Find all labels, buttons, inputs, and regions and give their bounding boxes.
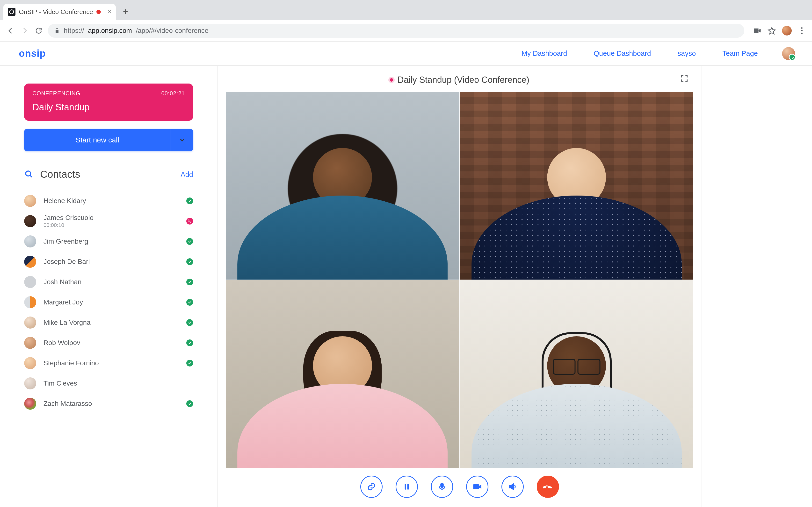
nav-back-button[interactable] — [6, 26, 15, 36]
contact-row[interactable]: Mike La Vorgna — [24, 313, 193, 333]
browser-chrome: OnSIP - Video Conference × + https://app… — [0, 0, 812, 42]
video-tile[interactable] — [460, 92, 694, 280]
copy-link-button[interactable] — [360, 475, 383, 498]
video-tile[interactable] — [460, 280, 694, 468]
bookmark-star-icon[interactable] — [767, 26, 776, 35]
svg-rect-2 — [407, 484, 409, 489]
status-oncall-icon — [186, 218, 193, 225]
contact-name: Tim Cleves — [44, 380, 77, 387]
contact-name: Zach Matarasso — [44, 400, 92, 407]
hangup-button[interactable] — [537, 475, 559, 498]
camera-button[interactable] — [466, 475, 489, 498]
add-contact-button[interactable]: Add — [181, 170, 193, 178]
address-bar: https://app.onsip.com/app/#/video-confer… — [0, 20, 812, 42]
contact-row[interactable]: Rob Wolpov — [24, 333, 193, 353]
search-icon[interactable] — [24, 169, 33, 179]
contact-row[interactable]: Stephanie Fornino — [24, 353, 193, 373]
video-grid — [226, 92, 693, 468]
tab-strip: OnSIP - Video Conference × + — [0, 0, 812, 20]
contact-row[interactable]: Josh Nathan — [24, 272, 193, 292]
contact-avatar — [24, 276, 36, 288]
nav-sayso[interactable]: sayso — [678, 50, 696, 57]
contact-row[interactable]: Jim Greenberg — [24, 231, 193, 251]
video-tile[interactable] — [226, 92, 459, 280]
contact-avatar — [24, 357, 36, 369]
contact-info: James Criscuolo00:00:10 — [44, 214, 94, 228]
recording-indicator-icon — [96, 10, 101, 14]
browser-tab[interactable]: OnSIP - Video Conference × — [3, 4, 116, 20]
status-available-icon — [186, 360, 193, 367]
nav-reload-button[interactable] — [34, 26, 44, 36]
contact-name: Josh Nathan — [44, 278, 82, 286]
contact-info: Tim Cleves — [44, 380, 77, 387]
svg-rect-3 — [441, 483, 443, 488]
video-icon — [472, 482, 482, 492]
contact-avatar — [24, 398, 36, 410]
svg-rect-1 — [405, 484, 406, 489]
contact-row[interactable]: Margaret Joy — [24, 292, 193, 313]
contact-info: Josh Nathan — [44, 278, 82, 286]
start-call-button-group: Start new call — [24, 129, 193, 151]
status-available-icon — [186, 299, 193, 306]
presence-check-icon: ✓ — [792, 56, 795, 60]
hangup-icon — [543, 482, 553, 492]
mic-icon — [437, 482, 447, 492]
start-call-dropdown[interactable] — [171, 129, 193, 151]
speaker-button[interactable] — [501, 475, 524, 498]
chrome-menu-button[interactable] — [798, 26, 806, 35]
contact-row[interactable]: James Criscuolo00:00:10 — [24, 211, 193, 231]
contact-avatar — [24, 215, 36, 227]
nav-my-dashboard[interactable]: My Dashboard — [521, 50, 567, 57]
contact-row[interactable]: Zach Matarasso — [24, 394, 193, 414]
fullscreen-button[interactable] — [680, 74, 689, 83]
url-field[interactable]: https://app.onsip.com/app/#/video-confer… — [48, 24, 744, 38]
contact-row[interactable]: Tim Cleves — [24, 373, 193, 394]
status-available-icon — [186, 238, 193, 245]
meeting-title: Daily Standup (Video Conference) — [398, 75, 529, 85]
url-path: /app/#/video-conference — [136, 27, 208, 35]
current-user-avatar[interactable]: ✓ — [782, 47, 795, 60]
contact-row[interactable]: Helene Kidary — [24, 191, 193, 211]
conference-timer: 00:02:21 — [161, 90, 185, 97]
meeting-panel: Daily Standup (Video Conference) — [217, 66, 702, 507]
conference-title: Daily Standup — [33, 102, 185, 113]
chevron-down-icon — [179, 137, 186, 144]
contact-row[interactable]: Joseph De Bari — [24, 251, 193, 272]
url-host: app.onsip.com — [88, 27, 132, 35]
brand-logo[interactable]: onsip — [19, 48, 46, 59]
link-icon — [367, 482, 376, 492]
active-conference-card[interactable]: CONFERENCING 00:02:21 Daily Standup — [24, 83, 193, 121]
contact-avatar — [24, 195, 36, 207]
contact-name: Rob Wolpov — [44, 339, 80, 347]
status-available-icon — [186, 339, 193, 346]
tab-close-icon[interactable]: × — [108, 8, 111, 16]
contact-name: Joseph De Bari — [44, 258, 90, 266]
nav-queue-dashboard[interactable]: Queue Dashboard — [594, 50, 651, 57]
svg-point-0 — [26, 171, 31, 176]
contacts-title: Contacts — [40, 169, 80, 180]
contact-info: Zach Matarasso — [44, 400, 92, 407]
favicon-icon — [8, 8, 15, 16]
status-available-icon — [186, 279, 193, 285]
camera-indicator-icon[interactable] — [753, 26, 762, 35]
top-nav: My Dashboard Queue Dashboard sayso Team … — [521, 50, 758, 57]
contact-subtext: 00:00:10 — [44, 222, 94, 228]
contact-info: Mike La Vorgna — [44, 319, 91, 326]
contact-name: Stephanie Fornino — [44, 359, 99, 367]
video-tile[interactable] — [226, 280, 459, 468]
contact-avatar — [24, 296, 36, 308]
contact-name: Margaret Joy — [44, 298, 83, 306]
new-tab-button[interactable]: + — [120, 7, 130, 16]
lock-icon — [54, 28, 60, 34]
contacts-header: Contacts Add — [24, 169, 193, 180]
mute-button[interactable] — [431, 475, 453, 498]
nav-team-page[interactable]: Team Page — [722, 50, 758, 57]
pause-button[interactable] — [396, 475, 418, 498]
chrome-profile-avatar[interactable] — [782, 26, 792, 36]
tab-title: OnSIP - Video Conference — [19, 8, 93, 16]
contact-info: Helene Kidary — [44, 197, 86, 205]
status-available-icon — [186, 400, 193, 407]
contacts-list: Helene KidaryJames Criscuolo00:00:10Jim … — [24, 191, 193, 414]
contact-avatar — [24, 337, 36, 349]
start-call-button[interactable]: Start new call — [24, 129, 171, 151]
